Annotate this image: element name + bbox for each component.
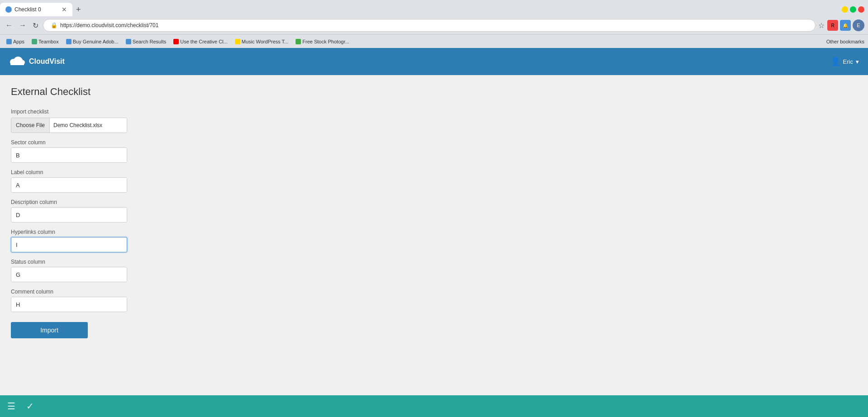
file-input-row: Choose File Demo Checklist.xlsx bbox=[11, 118, 127, 133]
tab-bar: Checklist 0 ✕ + bbox=[0, 0, 868, 16]
hyperlinks-column-label: Hyperlinks column bbox=[11, 229, 857, 235]
other-bookmarks-label: Other bookmarks bbox=[826, 39, 864, 44]
cloud-logo-icon bbox=[9, 54, 25, 70]
description-column-group: Description column bbox=[11, 199, 857, 223]
bottom-bar: ☰ ✓ bbox=[0, 395, 868, 417]
menu-icon[interactable]: ☰ bbox=[7, 401, 15, 412]
browser-chrome: Checklist 0 ✕ + ← → ↻ 🔒 https://demo.clo… bbox=[0, 0, 868, 48]
logo-area: CloudVisit bbox=[9, 54, 65, 70]
bookmarks-bar: Apps Teambox Buy Genuine Adob... Search … bbox=[0, 34, 868, 48]
extension-icons: R 🔔 E bbox=[827, 19, 864, 31]
other-bookmarks[interactable]: Other bookmarks bbox=[826, 39, 864, 44]
tab-title: Checklist 0 bbox=[14, 6, 59, 13]
user-menu-arrow: ▾ bbox=[856, 58, 859, 65]
bookmark-label: Music WordPress T... bbox=[242, 39, 289, 44]
bookmark-label: Buy Genuine Adob... bbox=[73, 39, 119, 44]
user-menu[interactable]: 👤 Eric ▾ bbox=[830, 57, 859, 66]
bookmark-favicon bbox=[235, 39, 240, 44]
comment-column-group: Comment column bbox=[11, 289, 857, 312]
status-column-group: Status column bbox=[11, 259, 857, 282]
svg-rect-3 bbox=[10, 62, 24, 65]
bookmark-favicon bbox=[32, 39, 37, 44]
address-bar: ← → ↻ 🔒 https://demo.cloudvisit.com/chec… bbox=[0, 16, 868, 34]
app-wrapper: CloudVisit 👤 Eric ▾ External Checklist I… bbox=[0, 48, 868, 417]
bookmark-music[interactable]: Music WordPress T... bbox=[232, 38, 291, 45]
bookmark-adobe1[interactable]: Buy Genuine Adob... bbox=[63, 38, 121, 45]
status-column-input[interactable] bbox=[11, 267, 127, 282]
refresh-btn[interactable]: ↻ bbox=[31, 19, 40, 32]
file-name: Demo Checklist.xlsx bbox=[50, 122, 106, 128]
bookmark-apps[interactable]: Apps bbox=[4, 38, 27, 45]
tab-close-btn[interactable]: ✕ bbox=[62, 6, 67, 13]
forward-btn[interactable]: → bbox=[17, 19, 28, 31]
new-tab-btn[interactable]: + bbox=[72, 5, 85, 14]
close-btn[interactable] bbox=[858, 6, 864, 13]
bookmark-label: Free Stock Photogr... bbox=[302, 39, 349, 44]
sector-column-label: Sector column bbox=[11, 139, 857, 146]
bookmark-search-results[interactable]: Search Results bbox=[123, 38, 169, 45]
user-name: Eric bbox=[843, 58, 853, 65]
status-column-label: Status column bbox=[11, 259, 857, 265]
label-column-label: Label column bbox=[11, 169, 857, 175]
bookmark-label: Search Results bbox=[133, 39, 167, 44]
bookmark-favicon bbox=[6, 39, 12, 44]
description-column-label: Description column bbox=[11, 199, 857, 205]
import-btn[interactable]: Import bbox=[11, 322, 88, 338]
ext-icon-1[interactable]: R bbox=[827, 20, 838, 31]
tab-favicon bbox=[5, 6, 12, 13]
choose-file-btn[interactable]: Choose File bbox=[11, 118, 50, 133]
user-avatar[interactable]: E bbox=[853, 19, 864, 31]
hyperlinks-column-group: Hyperlinks column bbox=[11, 229, 857, 252]
bookmark-label: Teambox bbox=[38, 39, 59, 44]
back-btn[interactable]: ← bbox=[4, 19, 14, 31]
bookmark-stock[interactable]: Free Stock Photogr... bbox=[293, 38, 352, 45]
bookmark-creative[interactable]: Use the Creative Cl... bbox=[171, 38, 230, 45]
form-section: Import checklist Choose File Demo Checkl… bbox=[11, 109, 857, 338]
comment-column-input[interactable] bbox=[11, 297, 127, 312]
ext-icon-2[interactable]: 🔔 bbox=[840, 20, 851, 31]
sector-column-input[interactable] bbox=[11, 147, 127, 163]
page-content: External Checklist Import checklist Choo… bbox=[0, 75, 868, 395]
window-controls bbox=[842, 6, 868, 13]
address-input[interactable]: 🔒 https://demo.cloudvisit.com/checklist/… bbox=[43, 19, 816, 32]
bookmark-favicon bbox=[173, 39, 179, 44]
label-column-input[interactable] bbox=[11, 177, 127, 193]
star-icon[interactable]: ☆ bbox=[818, 21, 825, 30]
import-checklist-label: Import checklist bbox=[11, 109, 857, 115]
app-header: CloudVisit 👤 Eric ▾ bbox=[0, 48, 868, 75]
check-icon[interactable]: ✓ bbox=[26, 401, 34, 412]
comment-column-label: Comment column bbox=[11, 289, 857, 295]
label-column-group: Label column bbox=[11, 169, 857, 193]
minimize-btn[interactable] bbox=[842, 6, 848, 13]
bookmark-favicon bbox=[66, 39, 72, 44]
hyperlinks-column-input[interactable] bbox=[11, 237, 127, 252]
address-text: https://demo.cloudvisit.com/checklist/70… bbox=[60, 22, 808, 28]
user-icon: 👤 bbox=[830, 57, 840, 66]
description-column-input[interactable] bbox=[11, 207, 127, 223]
bookmark-label: Use the Creative Cl... bbox=[180, 39, 228, 44]
bookmark-favicon bbox=[296, 39, 301, 44]
bookmark-favicon bbox=[126, 39, 131, 44]
page-title: External Checklist bbox=[11, 86, 857, 98]
active-tab[interactable]: Checklist 0 ✕ bbox=[0, 3, 72, 16]
bookmark-label: Apps bbox=[13, 39, 24, 44]
maximize-btn[interactable] bbox=[850, 6, 856, 13]
import-checklist-group: Import checklist Choose File Demo Checkl… bbox=[11, 109, 857, 133]
bookmark-teambox[interactable]: Teambox bbox=[29, 38, 62, 45]
sector-column-group: Sector column bbox=[11, 139, 857, 163]
lock-icon: 🔒 bbox=[51, 22, 57, 28]
logo-text: CloudVisit bbox=[29, 57, 65, 66]
